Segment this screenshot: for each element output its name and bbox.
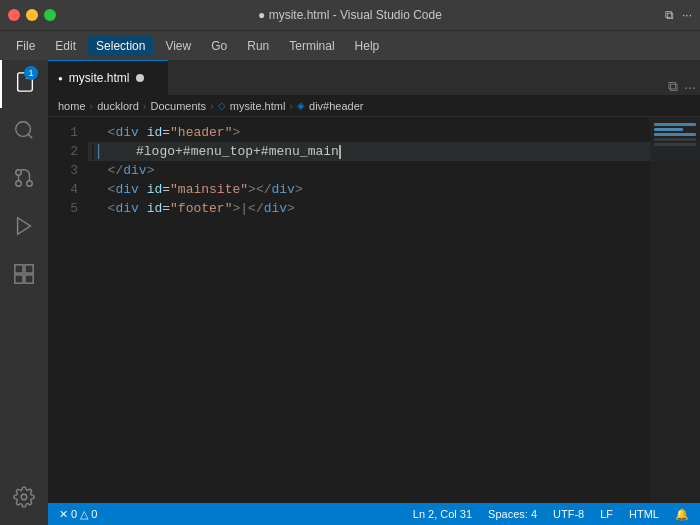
code-line-3: </div>	[88, 161, 700, 180]
warning-count: 0	[91, 508, 97, 520]
menu-item-go[interactable]: Go	[203, 36, 235, 56]
split-editor-icon[interactable]: ⧉	[665, 8, 674, 22]
status-notifications[interactable]: 🔔	[672, 508, 692, 521]
breadcrumb-ducklord[interactable]: ducklord	[97, 100, 139, 112]
svg-point-3	[16, 169, 22, 175]
status-spaces[interactable]: Spaces: 4	[485, 508, 540, 520]
split-editor-tab-icon[interactable]: ⧉	[668, 78, 678, 95]
minimap-line	[654, 138, 696, 141]
minimap-lines	[650, 117, 700, 154]
line-num-5: 5	[48, 199, 78, 218]
more-actions-icon[interactable]: ···	[682, 8, 692, 22]
code-content: <div id="header"> │ #logo+#menu_top+#men…	[88, 123, 700, 497]
menu-item-view[interactable]: View	[157, 36, 199, 56]
main-layout: 1	[0, 60, 700, 525]
close-button[interactable]	[8, 9, 20, 21]
tab-bar: ● mysite.html ⧉ ···	[48, 60, 700, 95]
status-line-ending[interactable]: LF	[597, 508, 616, 520]
activity-item-debug[interactable]	[0, 204, 48, 252]
line-num-2: 2	[48, 142, 78, 161]
status-encoding[interactable]: UTF-8	[550, 508, 587, 520]
language-text: HTML	[629, 508, 659, 520]
git-icon	[13, 167, 35, 194]
line-num-4: 4	[48, 180, 78, 199]
svg-point-2	[27, 180, 33, 186]
editor-tab-mysite[interactable]: ● mysite.html	[48, 60, 168, 95]
menu-item-edit[interactable]: Edit	[47, 36, 84, 56]
minimap-line	[654, 123, 696, 126]
svg-rect-10	[25, 274, 33, 282]
error-icon: ✕	[59, 508, 68, 521]
minimap-line	[654, 133, 696, 136]
breadcrumb-sep-2: ›	[143, 100, 147, 112]
svg-point-4	[16, 180, 22, 186]
warning-icon: △	[80, 508, 88, 521]
svg-rect-7	[15, 264, 23, 272]
svg-rect-9	[15, 274, 23, 282]
title-right-controls: ⧉ ···	[665, 8, 692, 22]
svg-point-0	[16, 121, 31, 136]
breadcrumb-filename[interactable]: mysite.html	[230, 100, 286, 112]
menu-item-selection[interactable]: Selection	[88, 36, 153, 56]
breadcrumb-sep-1: ›	[90, 100, 94, 112]
editor-area: ● mysite.html ⧉ ··· home › ducklord › Do…	[48, 60, 700, 525]
html-file-icon: ◇	[218, 100, 226, 111]
status-left: ✕ 0 △ 0	[56, 508, 100, 521]
window-title: ● mysite.html - Visual Studio Code	[258, 8, 442, 22]
window-controls	[8, 9, 56, 21]
badge: 1	[24, 66, 38, 80]
minimap-line	[654, 143, 696, 146]
breadcrumb-sep-3: ›	[210, 100, 214, 112]
search-icon	[13, 119, 35, 146]
code-editor[interactable]: 1 2 3 4 5 <div id="header"> │ #logo+#men…	[48, 117, 700, 503]
breadcrumb-sep-4: ›	[289, 100, 293, 112]
element-icon: ◈	[297, 100, 305, 111]
breadcrumb: home › ducklord › Documents › ◇ mysite.h…	[48, 95, 700, 117]
text-cursor	[339, 145, 341, 159]
code-line-1: <div id="header">	[88, 123, 700, 142]
minimap-line	[654, 128, 683, 131]
line-numbers: 1 2 3 4 5	[48, 123, 88, 497]
more-tab-actions-icon[interactable]: ···	[684, 79, 696, 95]
debug-icon	[13, 215, 35, 242]
notification-icon: 🔔	[675, 508, 689, 521]
menu-bar: FileEditSelectionViewGoRunTerminalHelp	[0, 30, 700, 60]
svg-point-11	[21, 494, 27, 500]
code-line-5: <div id="footer">|</div>	[88, 199, 700, 218]
activity-item-search[interactable]	[0, 108, 48, 156]
encoding-text: UTF-8	[553, 508, 584, 520]
title-bar: ● mysite.html - Visual Studio Code ⧉ ···	[0, 0, 700, 30]
tab-right-icons: ⧉ ···	[668, 78, 700, 95]
status-language[interactable]: HTML	[626, 508, 662, 520]
svg-marker-6	[18, 217, 31, 234]
activity-item-extensions[interactable]	[0, 252, 48, 300]
activity-item-git[interactable]	[0, 156, 48, 204]
tab-dot-icon: ●	[58, 74, 63, 83]
status-errors[interactable]: ✕ 0 △ 0	[56, 508, 100, 521]
minimize-button[interactable]	[26, 9, 38, 21]
menu-item-terminal[interactable]: Terminal	[281, 36, 342, 56]
menu-item-run[interactable]: Run	[239, 36, 277, 56]
tab-modified-indicator	[136, 74, 144, 82]
line-ending-text: LF	[600, 508, 613, 520]
menu-item-help[interactable]: Help	[347, 36, 388, 56]
status-position[interactable]: Ln 2, Col 31	[410, 508, 475, 520]
status-bar: ✕ 0 △ 0 Ln 2, Col 31 Spaces: 4 UTF-8 LF	[48, 503, 700, 525]
svg-line-1	[28, 134, 32, 138]
breadcrumb-home[interactable]: home	[58, 100, 86, 112]
breadcrumb-element[interactable]: div#header	[309, 100, 363, 112]
settings-icon	[13, 486, 35, 513]
breadcrumb-documents[interactable]: Documents	[150, 100, 206, 112]
line-num-1: 1	[48, 123, 78, 142]
activity-item-settings[interactable]	[0, 477, 48, 525]
maximize-button[interactable]	[44, 9, 56, 21]
status-right: Ln 2, Col 31 Spaces: 4 UTF-8 LF HTML 🔔	[410, 508, 692, 521]
activity-item-files[interactable]: 1	[0, 60, 48, 108]
activity-bar: 1	[0, 60, 48, 525]
menu-item-file[interactable]: File	[8, 36, 43, 56]
spaces-text: Spaces: 4	[488, 508, 537, 520]
extensions-icon	[13, 263, 35, 290]
minimap	[650, 117, 700, 503]
tab-filename: mysite.html	[69, 71, 130, 85]
code-line-4: <div id="mainsite"></div>	[88, 180, 700, 199]
